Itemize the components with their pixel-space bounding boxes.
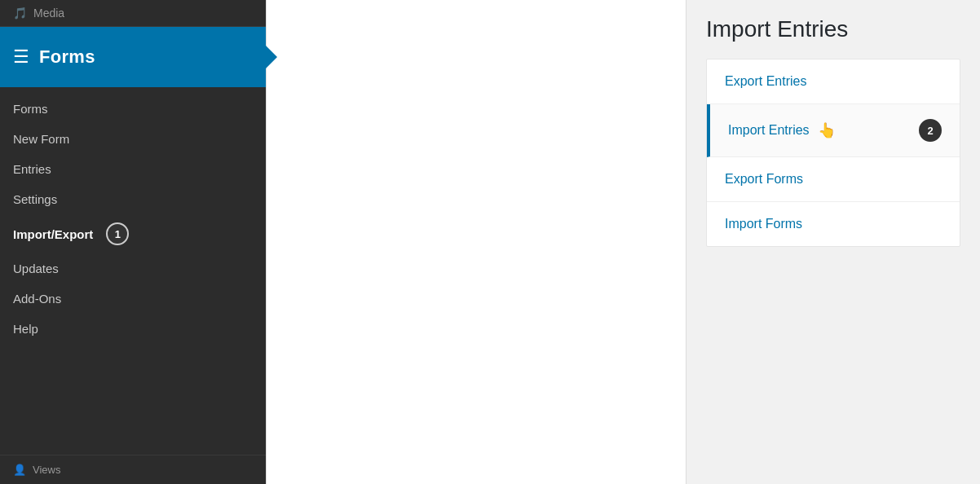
entries-nav-label: Entries: [13, 162, 51, 176]
import-entries-badge: 2: [919, 119, 942, 142]
sidebar-item-add-ons[interactable]: Add-Ons: [0, 284, 266, 314]
views-label: Views: [33, 464, 60, 476]
page-title: Import Entries: [706, 16, 960, 42]
right-panel: Import Entries Export Entries Import Ent…: [686, 0, 980, 484]
import-export-nav-label: Import/Export: [13, 227, 93, 241]
center-area: [266, 0, 686, 484]
import-export-badge: 1: [106, 222, 129, 245]
sidebar-item-new-form[interactable]: New Form: [0, 124, 266, 154]
add-ons-nav-label: Add-Ons: [13, 292, 61, 306]
help-nav-label: Help: [13, 322, 38, 336]
sidebar-header: ☰ Forms: [0, 27, 266, 87]
sidebar-arrow: [266, 46, 277, 68]
cursor-hand-icon: 👆: [818, 121, 836, 139]
import-entries-label: Import Entries: [728, 123, 810, 138]
menu-item-import-forms[interactable]: Import Forms: [707, 202, 960, 246]
music-icon: 🎵: [13, 7, 27, 20]
import-forms-label: Import Forms: [725, 217, 802, 231]
menu-card: Export Entries Import Entries 👆 2 Export…: [706, 59, 960, 247]
new-form-nav-label: New Form: [13, 132, 69, 146]
sidebar-footer: 👤 Views: [0, 455, 266, 484]
menu-item-export-entries[interactable]: Export Entries: [707, 59, 960, 104]
main-content: Import Entries Export Entries Import Ent…: [266, 0, 980, 484]
export-entries-label: Export Entries: [725, 74, 806, 89]
import-entries-row: Import Entries 👆: [728, 121, 836, 139]
menu-item-import-entries[interactable]: Import Entries 👆 2: [707, 104, 960, 157]
forms-icon: ☰: [13, 46, 29, 68]
export-forms-label: Export Forms: [725, 172, 803, 187]
views-icon: 👤: [13, 464, 26, 476]
settings-nav-label: Settings: [13, 192, 57, 206]
menu-item-export-forms[interactable]: Export Forms: [707, 157, 960, 202]
sidebar-item-forms[interactable]: Forms: [0, 94, 266, 124]
sidebar-item-updates[interactable]: Updates: [0, 253, 266, 284]
media-label: Media: [33, 7, 64, 20]
media-section: 🎵 Media: [0, 0, 266, 27]
sidebar-title: Forms: [39, 46, 95, 68]
forms-nav-label: Forms: [13, 102, 48, 116]
updates-nav-label: Updates: [13, 262, 59, 275]
sidebar-item-help[interactable]: Help: [0, 314, 266, 344]
sidebar-item-entries[interactable]: Entries: [0, 154, 266, 184]
sidebar-item-settings[interactable]: Settings: [0, 184, 266, 214]
sidebar: 🎵 Media ☰ Forms Forms New Form Entries S…: [0, 0, 266, 484]
sidebar-item-import-export[interactable]: Import/Export 1: [0, 214, 266, 253]
sidebar-nav: Forms New Form Entries Settings Import/E…: [0, 87, 266, 455]
